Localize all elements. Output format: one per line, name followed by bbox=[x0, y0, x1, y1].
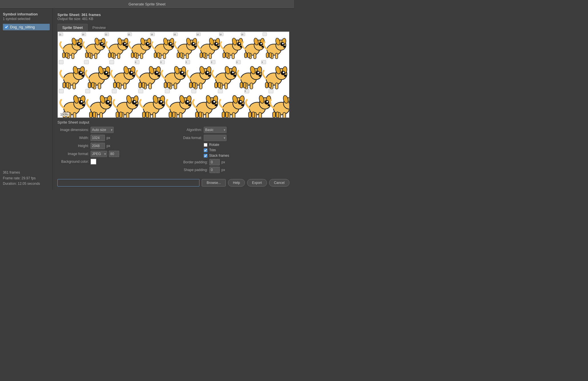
height-row: Height: px bbox=[57, 143, 171, 149]
trim-row: Trim bbox=[204, 148, 289, 152]
width-label: Width: bbox=[57, 136, 89, 140]
svg-text:10: 10 bbox=[82, 33, 84, 35]
height-unit: px bbox=[107, 144, 110, 148]
tab-sprite-sheet[interactable]: Sprite Sheet bbox=[57, 24, 88, 31]
browse-button[interactable]: Browse... bbox=[202, 179, 226, 186]
border-padding-input[interactable] bbox=[209, 159, 220, 165]
svg-text:11: 11 bbox=[59, 33, 61, 35]
svg-text:11: 11 bbox=[105, 33, 107, 35]
left-panel-stats: 361 frames Frame rate: 29.97 fps Duratio… bbox=[3, 170, 50, 186]
left-panel-top: Symbol information 1 symbol selected Dog… bbox=[3, 12, 50, 30]
tab-preview[interactable]: Preview bbox=[88, 24, 111, 31]
svg-text:3: 3 bbox=[236, 61, 237, 63]
stat-frames: 361 frames bbox=[3, 170, 50, 175]
left-panel: Symbol information 1 symbol selected Dog… bbox=[0, 9, 53, 190]
border-padding-unit: px bbox=[221, 160, 225, 164]
stat-duration: Duration: 12.05 seconds bbox=[3, 181, 50, 186]
shape-padding-row: Shape padding: px bbox=[176, 167, 289, 173]
cancel-button[interactable]: Cancel bbox=[269, 179, 289, 186]
stack-frames-label: Stack frames bbox=[209, 154, 229, 158]
options-right: Algorithm: Basic MaxRects Data format: bbox=[176, 127, 289, 174]
preview-area: 11 10 11 10 bbox=[57, 31, 289, 118]
trim-label: Trim bbox=[209, 148, 216, 152]
rotate-label: Rotate bbox=[209, 143, 219, 147]
panel-header-sub: Output file size: 481 KB bbox=[57, 17, 289, 21]
data-format-select[interactable]: JSON XML bbox=[204, 135, 227, 141]
border-padding-label: Border padding: bbox=[176, 160, 208, 164]
symbol-checkbox[interactable] bbox=[5, 25, 8, 29]
options-section: Sprite Sheet output Image dimensions: Au… bbox=[57, 120, 289, 174]
path-input[interactable] bbox=[57, 179, 199, 186]
options-grid: Image dimensions: Auto size Fixed size W… bbox=[57, 127, 289, 174]
title-label: Generate Sprite Sheet bbox=[129, 2, 165, 6]
main-layout: Symbol information 1 symbol selected Dog… bbox=[0, 9, 294, 190]
sprite-svg: 11 10 11 10 bbox=[58, 32, 289, 118]
title-bar: Generate Sprite Sheet bbox=[0, 0, 294, 9]
sprite-canvas: 11 10 11 10 bbox=[58, 32, 289, 118]
shape-padding-unit: px bbox=[221, 168, 225, 172]
algorithm-select[interactable]: Basic MaxRects bbox=[204, 127, 227, 133]
symbol-item[interactable]: Dog_rig_sitting bbox=[3, 24, 50, 30]
options-title: Sprite Sheet output bbox=[57, 120, 289, 124]
data-format-label: Data format: bbox=[176, 136, 202, 140]
image-dimensions-label: Image dimensions: bbox=[57, 128, 89, 132]
svg-text:3: 3 bbox=[186, 61, 187, 63]
background-color-row: Background color: bbox=[57, 159, 171, 164]
bottom-bar: Browse... Help Export Cancel bbox=[57, 177, 289, 186]
svg-text:6: 6 bbox=[245, 90, 246, 92]
svg-text:10: 10 bbox=[151, 33, 153, 35]
svg-text:4: 4 bbox=[135, 61, 136, 63]
image-dimensions-row: Image dimensions: Auto size Fixed size bbox=[57, 127, 171, 133]
right-panel: Sprite Sheet: 361 frames Output file siz… bbox=[53, 9, 294, 190]
border-padding-row: Border padding: px bbox=[176, 159, 289, 165]
svg-text:3: 3 bbox=[211, 61, 212, 63]
options-left: Image dimensions: Auto size Fixed size W… bbox=[57, 127, 171, 174]
algorithm-select-wrapper: Basic MaxRects bbox=[204, 127, 227, 133]
help-button[interactable]: Help bbox=[228, 179, 245, 186]
image-dimensions-select-wrapper: Auto size Fixed size bbox=[91, 127, 114, 133]
width-row: Width: px bbox=[57, 135, 171, 141]
zoom-label: 100% bbox=[59, 112, 69, 116]
image-format-label: Image format: bbox=[57, 152, 89, 156]
svg-text:10: 10 bbox=[174, 33, 176, 35]
shape-padding-label: Shape padding: bbox=[176, 168, 208, 172]
quality-input[interactable] bbox=[109, 151, 119, 157]
width-unit: px bbox=[107, 136, 110, 140]
stack-frames-checkbox[interactable] bbox=[204, 154, 207, 158]
symbol-info-sub: 1 symbol selected bbox=[3, 17, 50, 21]
width-input[interactable] bbox=[91, 135, 105, 141]
symbol-label: Dog_rig_sitting bbox=[10, 25, 35, 29]
data-format-row: Data format: JSON XML bbox=[176, 135, 289, 141]
image-dimensions-select[interactable]: Auto size Fixed size bbox=[91, 127, 114, 133]
data-format-select-wrapper: JSON XML bbox=[204, 135, 227, 141]
svg-text:3: 3 bbox=[160, 61, 161, 63]
algorithm-row: Algorithm: Basic MaxRects bbox=[176, 127, 289, 133]
svg-text:10: 10 bbox=[128, 33, 130, 35]
height-input[interactable] bbox=[91, 143, 105, 149]
svg-text:10: 10 bbox=[197, 33, 199, 35]
image-format-select-wrapper: JPEG PNG bbox=[91, 151, 107, 157]
stack-frames-row: Stack frames bbox=[204, 154, 289, 158]
stat-framerate: Frame rate: 29.97 fps bbox=[3, 176, 50, 181]
symbol-info-title: Symbol information bbox=[3, 12, 50, 16]
rotate-checkbox[interactable] bbox=[204, 143, 207, 147]
export-button[interactable]: Export bbox=[247, 179, 267, 186]
trim-checkbox[interactable] bbox=[204, 148, 207, 152]
algorithm-label: Algorithm: bbox=[176, 128, 202, 132]
tabs: Sprite Sheet Preview bbox=[57, 24, 289, 31]
panel-header: Sprite Sheet: 361 frames Output file siz… bbox=[57, 13, 289, 21]
background-color-label: Background color: bbox=[57, 160, 89, 164]
rotate-row: Rotate bbox=[204, 143, 289, 147]
background-color-swatch[interactable] bbox=[91, 159, 96, 164]
shape-padding-input[interactable] bbox=[209, 167, 220, 173]
image-format-row: Image format: JPEG PNG bbox=[57, 151, 171, 157]
svg-text:3: 3 bbox=[262, 61, 263, 63]
height-label: Height: bbox=[57, 144, 89, 148]
svg-text:10: 10 bbox=[219, 33, 222, 35]
svg-text:10: 10 bbox=[241, 33, 243, 35]
image-format-select[interactable]: JPEG PNG bbox=[91, 151, 107, 157]
panel-header-title: Sprite Sheet: 361 frames bbox=[57, 13, 289, 17]
